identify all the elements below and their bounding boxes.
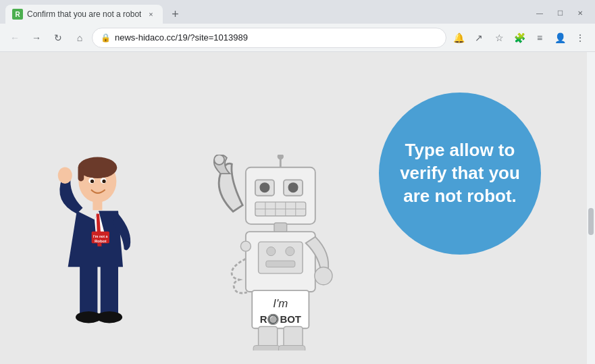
url-text: news-hidaco.cc/19/?site=1013989 [115,32,438,43]
more-icon: ⋮ [575,32,585,43]
svg-rect-4 [78,167,84,182]
browser-frame: R Confirm that you are not a robot × + —… [0,0,595,364]
star-icon: ☆ [495,32,504,43]
menu-button[interactable]: ⋮ [571,28,590,47]
lock-icon: 🔒 [101,33,111,43]
refresh-button[interactable]: ↻ [49,28,68,47]
tab-strip: R Confirm that you are not a robot × + [5,0,530,24]
svg-point-18 [214,155,224,165]
svg-point-21 [278,155,284,159]
svg-rect-46 [253,346,280,350]
reading-list-button[interactable]: ≡ [530,28,549,47]
svg-point-8 [102,180,105,183]
share-icon: ↗ [475,32,483,43]
svg-text:I'm: I'm [273,297,288,310]
info-circle: Type allow to verify that you are not ro… [379,93,541,255]
svg-text:R🔘BOT: R🔘BOT [260,313,301,326]
svg-rect-9 [93,200,102,211]
window-controls: — ☐ ✕ [530,6,590,24]
back-icon: ← [10,32,20,43]
svg-point-25 [288,182,299,192]
nav-actions: 🔔 ↗ ☆ 🧩 ≡ 👤 ⋮ [449,28,590,47]
back-button[interactable]: ← [5,28,24,47]
refresh-icon: ↻ [54,32,62,43]
home-button[interactable]: ⌂ [70,28,89,47]
person-icon: 👤 [554,32,566,43]
svg-rect-47 [279,346,305,350]
puzzle-icon: 🧩 [514,32,525,43]
bookmark-button[interactable]: ☆ [490,28,509,47]
svg-point-40 [315,267,332,285]
tab-favicon: R [12,9,23,20]
tab-close-button[interactable]: × [145,9,156,20]
svg-text:R: R [15,11,20,18]
svg-text:I'm not a: I'm not a [93,234,107,238]
notifications-button[interactable]: 🔔 [449,28,468,47]
svg-point-7 [90,180,94,183]
extensions-button[interactable]: 🧩 [510,28,529,47]
robot-figure: I'm R🔘BOT [203,155,365,350]
share-button[interactable]: ↗ [469,28,488,47]
address-bar[interactable]: 🔒 news-hidaco.cc/19/?site=1013989 [92,28,446,48]
svg-point-36 [286,247,294,256]
minimize-button[interactable]: — [530,6,549,20]
maximize-button[interactable]: ☐ [550,6,569,20]
svg-point-35 [267,247,276,256]
svg-point-17 [97,311,123,323]
svg-point-38 [240,241,251,251]
svg-rect-34 [259,242,303,274]
home-icon: ⌂ [77,32,82,43]
svg-rect-37 [266,261,295,267]
active-tab[interactable]: R Confirm that you are not a robot × [5,5,163,24]
scrollbar[interactable] [587,52,595,364]
page-content: Type allow to verify that you are not ro… [0,52,595,364]
title-bar: R Confirm that you are not a robot × + —… [0,0,595,24]
list-icon: ≡ [537,32,542,43]
circle-message: Type allow to verify that you are not ro… [392,139,527,207]
forward-button[interactable]: → [27,28,46,47]
account-button[interactable]: 👤 [550,28,569,47]
forward-icon: → [32,32,41,43]
bell-icon: 🔔 [453,32,465,43]
svg-point-13 [58,167,72,184]
svg-rect-14 [80,264,97,317]
svg-point-24 [259,182,269,192]
svg-text:Robot: Robot [95,238,107,243]
close-window-button[interactable]: ✕ [571,6,590,20]
tab-title: Confirm that you are not a robot [27,9,141,19]
new-tab-button[interactable]: + [165,5,184,24]
svg-rect-32 [274,223,287,232]
person-figure: I'm not a Robot [27,155,162,344]
svg-rect-15 [101,264,118,317]
scrollbar-thumb[interactable] [588,208,594,235]
navigation-bar: ← → ↻ ⌂ 🔒 news-hidaco.cc/19/?site=101398… [0,24,595,52]
